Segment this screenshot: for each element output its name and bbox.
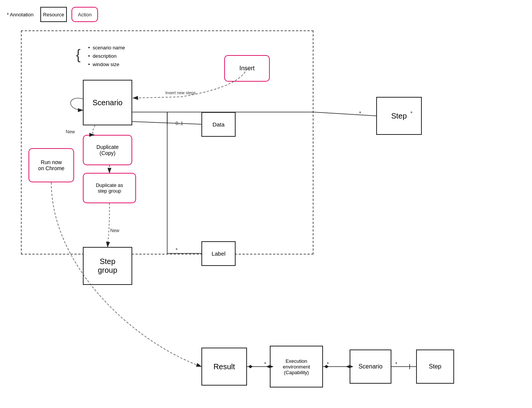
execution-env-box[interactable]: Execution environment (Capability) (270, 346, 323, 387)
zero-one-label: 0..1 (176, 121, 183, 126)
scenario-box-2[interactable]: Scenario (350, 349, 391, 384)
run-now-box[interactable]: Run now on Chrome (28, 148, 74, 182)
legend-action-label: Action (78, 12, 92, 17)
step-box[interactable]: Step (376, 97, 422, 135)
step-group-box[interactable]: Step group (83, 247, 132, 285)
star-label-4: * (327, 361, 329, 367)
star-label-6: * (410, 110, 412, 116)
legend-action-box: Action (71, 7, 98, 22)
insert-box[interactable]: Insert (224, 55, 270, 82)
svg-line-5 (314, 112, 376, 116)
brace-icon: { (76, 43, 81, 66)
new-label-2: New (110, 228, 119, 233)
legend-resource-label: Resource (43, 12, 64, 17)
brace-item-2: • description (88, 52, 125, 60)
legend-resource-box: Resource (40, 7, 67, 22)
label-box[interactable]: Label (201, 241, 236, 266)
brace-item-3: • window size (88, 60, 125, 69)
duplicate-box[interactable]: Duplicate (Copy) (83, 135, 132, 165)
duplicate-as-step-group-box[interactable]: Duplicate as step group (83, 173, 136, 203)
result-box[interactable]: Result (201, 348, 247, 386)
diagram-container: * Annotation Resource Action { • scenari… (0, 0, 532, 408)
brace-annotation: { • scenario name • description • window… (83, 44, 125, 69)
data-box[interactable]: Data (201, 112, 236, 137)
legend: * Annotation Resource Action (7, 7, 98, 22)
star-label-2: * (176, 247, 177, 253)
annotation-label: * Annotation (7, 12, 33, 17)
scenario-box[interactable]: Scenario (83, 80, 132, 125)
star-label-1: * (359, 110, 361, 116)
brace-item-1: • scenario name (88, 44, 125, 52)
star-label-5: * (395, 361, 397, 367)
step-box-2[interactable]: Step (416, 349, 454, 384)
star-label-3: * (264, 361, 266, 367)
insert-new-steps-label: Insert new steps (165, 90, 196, 95)
new-label-1: New (66, 129, 75, 134)
